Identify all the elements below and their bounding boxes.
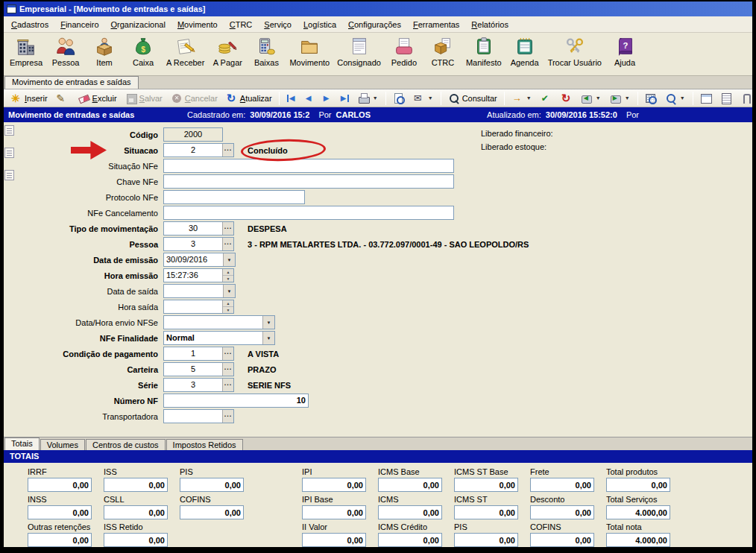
dock-icon-2[interactable] — [4, 148, 14, 158]
field-input[interactable]: 30/09/2016 — [164, 253, 223, 266]
total-value-input[interactable]: 0,00 — [530, 505, 594, 519]
total-value-input[interactable]: 0,00 — [104, 533, 168, 547]
lookup-ellipsis-button[interactable] — [222, 363, 233, 376]
dropdown-button[interactable] — [223, 285, 235, 297]
field-input[interactable]: 3 — [164, 238, 222, 250]
toolbar-ctrc-button[interactable]: CTRC — [424, 34, 462, 68]
excluir-button[interactable]: Excluir — [75, 91, 121, 106]
total-value-input[interactable]: 0,00 — [378, 505, 442, 519]
menu-item[interactable]: Relatórios — [465, 19, 514, 31]
next-record-button[interactable] — [318, 91, 336, 106]
total-value-input[interactable]: 4.000,00 — [606, 533, 670, 547]
inserir-button[interactable]: Inserir — [7, 91, 51, 106]
email-button[interactable] — [409, 91, 438, 106]
total-value-input[interactable]: 0,00 — [104, 505, 168, 519]
toolbar-agenda-button[interactable]: Agenda — [506, 34, 544, 68]
reload-button[interactable] — [557, 91, 576, 106]
menu-item[interactable]: Ferramentas — [407, 19, 465, 31]
total-value-input[interactable]: 0,00 — [530, 533, 594, 547]
bottom-tab[interactable]: Totais — [4, 437, 40, 450]
menu-item[interactable]: Organizacional — [105, 19, 171, 31]
lookup-ellipsis-button[interactable] — [222, 144, 233, 157]
total-value-input[interactable]: 0,00 — [28, 533, 92, 547]
menu-item[interactable]: Movimento — [171, 19, 224, 31]
total-value-input[interactable]: 0,00 — [378, 478, 442, 492]
layout-button[interactable] — [696, 91, 716, 106]
field-input[interactable] — [164, 300, 222, 313]
first-record-button[interactable] — [283, 91, 300, 106]
export-button[interactable] — [508, 91, 536, 106]
toolbar-a-receber-button[interactable]: A Receber — [163, 34, 207, 68]
field-input[interactable]: 2 — [164, 144, 222, 157]
toolbar-trocar-usuario-button[interactable]: Trocar Usuário — [545, 34, 605, 68]
total-value-input[interactable]: 0,00 — [606, 478, 670, 492]
total-value-input[interactable]: 0,00 — [530, 478, 594, 492]
last-record-button[interactable] — [336, 91, 353, 106]
toolbar-empresa-button[interactable]: Empresa — [7, 34, 45, 68]
total-value-input[interactable]: 0,00 — [302, 505, 366, 519]
toolbar-a-pagar-button[interactable]: A Pagar — [209, 34, 246, 68]
bottom-tab[interactable]: Centros de custos — [86, 439, 166, 450]
toolbar-manifesto-button[interactable]: Manifesto — [463, 34, 505, 68]
field-input[interactable]: 3 — [164, 379, 222, 391]
toolbar-caixa-button[interactable]: $ Caixa — [125, 34, 162, 68]
data-next-button[interactable] — [606, 91, 634, 106]
field-input[interactable]: 5 — [164, 363, 222, 376]
total-value-input[interactable]: 0,00 — [302, 533, 366, 547]
field-input[interactable] — [164, 285, 223, 297]
total-value-input[interactable]: 0,00 — [454, 505, 518, 519]
prev-record-button[interactable] — [300, 91, 318, 106]
editar-button[interactable] — [52, 91, 74, 106]
toolbar-pessoa-button[interactable]: Pessoa — [47, 34, 84, 68]
field-input[interactable] — [164, 159, 453, 172]
menu-item[interactable]: Cadastros — [5, 19, 54, 31]
data-prev-button[interactable] — [577, 91, 605, 106]
dock-icon-3[interactable] — [4, 170, 14, 180]
dropdown-button[interactable] — [223, 253, 235, 266]
menu-item[interactable]: Logística — [297, 19, 342, 31]
atualizar-button[interactable]: Atualizar — [222, 91, 276, 106]
field-input[interactable]: 10 — [164, 394, 308, 407]
dropdown-button[interactable] — [262, 332, 274, 344]
cancelar-button[interactable]: Cancelar — [167, 91, 221, 106]
field-input[interactable]: 15:27:36 — [164, 269, 222, 282]
confirm-button[interactable] — [537, 91, 556, 106]
field-input[interactable]: 1 — [164, 347, 222, 360]
total-value-input[interactable]: 0,00 — [28, 478, 92, 492]
salvar-button[interactable]: Salvar — [122, 91, 166, 106]
total-value-input[interactable]: 0,00 — [454, 533, 518, 547]
total-value-input[interactable]: 4.000,00 — [606, 505, 670, 519]
toolbar-pedido-button[interactable]: Pedido — [385, 34, 423, 68]
toolbar-consignado-button[interactable]: Consignado — [334, 34, 384, 68]
total-value-input[interactable]: 0,00 — [378, 533, 442, 547]
document-tab[interactable]: Movimento de entradas e saídas — [4, 76, 139, 89]
spinner-buttons[interactable] — [222, 300, 233, 313]
print-button[interactable] — [354, 91, 382, 106]
menu-item[interactable]: Serviço — [258, 19, 297, 31]
total-value-input[interactable]: 0,00 — [454, 478, 518, 492]
total-value-input[interactable]: 0,00 — [180, 478, 244, 492]
toolbar-ajuda-button[interactable]: ? Ajuda — [606, 34, 643, 68]
lookup-ellipsis-button[interactable] — [222, 379, 233, 391]
notes-button[interactable] — [716, 91, 736, 106]
field-input[interactable]: 30 — [164, 222, 222, 235]
total-value-input[interactable]: 0,00 — [28, 505, 92, 519]
toolbar-item-button[interactable]: Item — [86, 34, 123, 68]
preview-button[interactable] — [389, 91, 409, 106]
bottom-tab[interactable]: Impostos Retidos — [166, 439, 243, 450]
total-value-input[interactable]: 0,00 — [302, 478, 366, 492]
lookup-ellipsis-button[interactable] — [222, 410, 233, 423]
field-input[interactable] — [164, 206, 453, 219]
zoom-button[interactable] — [661, 91, 690, 106]
attach-button[interactable] — [737, 91, 756, 106]
consultar-button[interactable]: Consultar — [444, 91, 501, 106]
bottom-tab[interactable]: Volumes — [40, 439, 85, 450]
table-search-button[interactable] — [641, 91, 661, 106]
field-input[interactable] — [164, 191, 304, 203]
field-input[interactable]: 2000 — [164, 128, 222, 141]
total-value-input[interactable]: 0,00 — [104, 478, 168, 492]
toolbar-movimento-button[interactable]: Movimento — [286, 34, 333, 68]
spinner-buttons[interactable] — [222, 269, 233, 282]
lookup-ellipsis-button[interactable] — [222, 238, 233, 250]
menu-item[interactable]: Financeiro — [54, 19, 104, 31]
